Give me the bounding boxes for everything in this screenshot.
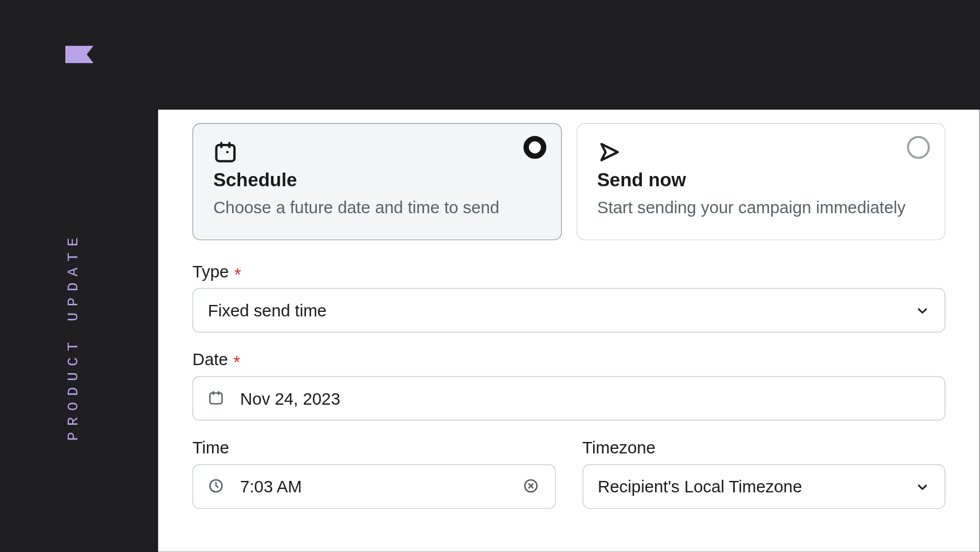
label-text: Date (193, 350, 228, 370)
field-date: Date * Nov 24, 2023 (193, 350, 946, 421)
field-date-label: Date * (193, 350, 946, 370)
type-select-value: Fixed send time (208, 300, 915, 320)
date-input-value: Nov 24, 2023 (240, 389, 930, 408)
date-input[interactable]: Nov 24, 2023 (193, 377, 946, 421)
type-select[interactable]: Fixed send time (193, 288, 946, 332)
svg-point-4 (226, 151, 229, 153)
required-indicator: * (234, 271, 241, 278)
time-input-value: 7:03 AM (240, 477, 522, 496)
radio-selected-icon (523, 136, 546, 159)
calendar-icon (208, 390, 226, 408)
tile-schedule-title: Schedule (213, 170, 540, 191)
radio-unselected-icon (907, 136, 930, 159)
brand-logo-icon (65, 46, 93, 64)
timezone-select[interactable]: Recipient's Local Timezone (582, 464, 945, 508)
field-timezone: Timezone Recipient's Local Timezone (582, 439, 945, 509)
label-text: Type (193, 262, 229, 281)
clock-icon (208, 478, 226, 496)
clear-icon[interactable] (523, 478, 540, 496)
field-time-label: Time (193, 439, 555, 458)
field-type-label: Type * (193, 262, 946, 281)
chevron-down-icon (915, 479, 930, 494)
time-input[interactable]: 7:03 AM (193, 464, 555, 508)
field-timezone-label: Timezone (582, 439, 945, 458)
svg-rect-5 (210, 393, 222, 404)
field-time: Time 7:03 AM (193, 439, 555, 509)
field-type: Type * Fixed send time (193, 262, 946, 332)
tile-send-now-desc: Start sending your campaign immediately (597, 195, 924, 220)
calendar-icon (213, 140, 237, 164)
tile-schedule[interactable]: Schedule Choose a future date and time t… (193, 123, 562, 241)
tile-send-now[interactable]: Send now Start sending your campaign imm… (577, 123, 946, 241)
send-icon (597, 140, 621, 164)
sidebar-label: PRODUCT UPDATE (65, 232, 82, 441)
tile-send-now-title: Send now (597, 170, 924, 191)
schedule-form-panel: Schedule Choose a future date and time t… (158, 109, 979, 551)
dark-background: PRODUCT UPDATE Schedule Choose a futu (0, 0, 979, 552)
send-mode-tiles: Schedule Choose a future date and time t… (193, 123, 946, 241)
required-indicator: * (233, 359, 240, 366)
svg-rect-1 (216, 145, 234, 161)
label-text: Time (193, 439, 229, 458)
label-text: Timezone (582, 439, 656, 458)
timezone-select-value: Recipient's Local Timezone (598, 477, 915, 496)
tile-schedule-desc: Choose a future date and time to send (213, 195, 540, 220)
chevron-down-icon (915, 303, 930, 318)
svg-marker-0 (65, 46, 93, 64)
